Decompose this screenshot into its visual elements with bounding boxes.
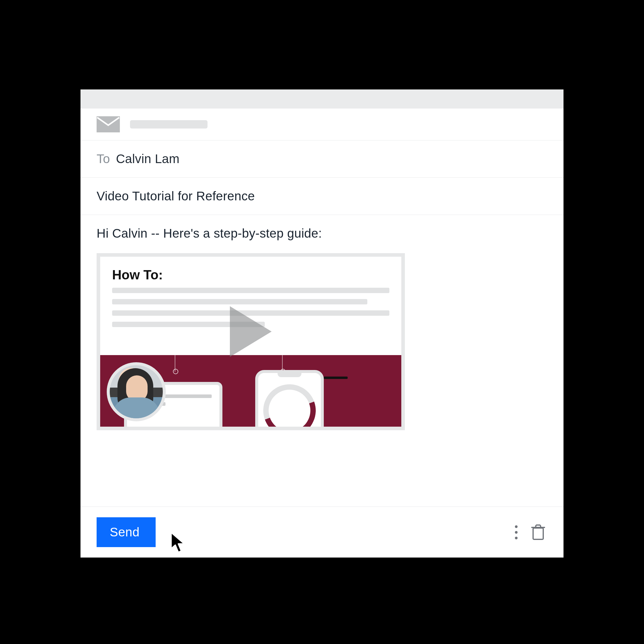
body-text: Hi Calvin -- Here's a step-by-step guide… bbox=[97, 226, 547, 241]
device-mock-phone bbox=[255, 370, 324, 430]
connector-line bbox=[175, 355, 175, 372]
sender-row bbox=[81, 109, 563, 140]
compose-window: To Calvin Lam Video Tutorial for Referen… bbox=[81, 89, 563, 558]
more-options-button[interactable] bbox=[512, 522, 521, 542]
body-section[interactable]: Hi Calvin -- Here's a step-by-step guide… bbox=[81, 215, 563, 430]
presenter-avatar bbox=[107, 362, 166, 421]
subject-text: Video Tutorial for Reference bbox=[97, 189, 255, 203]
more-vertical-icon bbox=[515, 525, 518, 528]
recipient-chip[interactable]: Calvin Lam bbox=[116, 152, 179, 166]
to-label: To bbox=[97, 152, 110, 166]
play-icon[interactable] bbox=[230, 306, 272, 357]
video-attachment-card[interactable]: How To: bbox=[97, 253, 405, 430]
discard-button[interactable] bbox=[531, 524, 546, 541]
svg-line-5 bbox=[540, 525, 541, 527]
svg-rect-1 bbox=[533, 528, 543, 539]
envelope-icon bbox=[97, 116, 120, 132]
video-title: How To: bbox=[100, 257, 401, 288]
sender-placeholder bbox=[130, 120, 208, 129]
send-button[interactable]: Send bbox=[97, 517, 156, 547]
trash-icon bbox=[531, 524, 546, 541]
svg-line-4 bbox=[535, 525, 536, 527]
device-indicator bbox=[324, 377, 348, 379]
connector-line bbox=[282, 355, 283, 372]
window-titlebar[interactable] bbox=[81, 89, 563, 109]
svg-rect-0 bbox=[97, 116, 120, 132]
subject-field[interactable]: Video Tutorial for Reference bbox=[81, 178, 563, 215]
to-field[interactable]: To Calvin Lam bbox=[81, 140, 563, 178]
compose-footer: Send bbox=[81, 507, 563, 558]
